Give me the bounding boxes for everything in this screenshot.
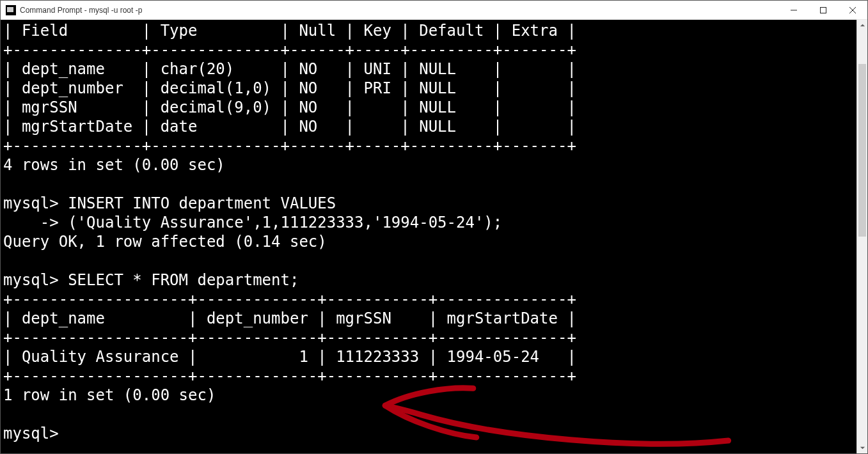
window-title: Command Prompt - mysql -u root -p [20, 6, 142, 15]
select-row-1: | Quality Assurance | 1 | 111223333 | 19… [3, 348, 576, 366]
maximize-button[interactable] [809, 1, 838, 20]
select-header: | dept_name | dept_number | mgrSSN | mgr… [3, 309, 576, 327]
desc-sep-bottom: +--------------+--------------+------+--… [3, 137, 576, 155]
desc-row-2: | mgrSSN | decimal(9,0) | NO | | NULL | … [3, 98, 576, 116]
desc-row-0: | dept_name | char(20) | NO | UNI | NULL… [3, 60, 576, 78]
chevron-up-icon [860, 22, 865, 28]
vertical-scrollbar[interactable] [856, 20, 867, 453]
desc-row-3: | mgrStartDate | date | NO | | NULL | | [3, 118, 576, 136]
close-icon [849, 7, 856, 13]
scrollbar-track[interactable] [857, 31, 867, 442]
select-sep-mid: +-------------------+-------------+-----… [3, 329, 576, 347]
client-area: | Field | Type | Null | Key | Default | … [1, 20, 867, 453]
chevron-down-icon [860, 445, 865, 451]
scroll-up-button[interactable] [857, 20, 867, 31]
minimize-icon [791, 7, 797, 13]
select-sep-top: +-------------------+-------------+-----… [3, 290, 576, 308]
desc-sep-top: +--------------+--------------+------+--… [3, 41, 576, 59]
select-query: mysql> SELECT * FROM department; [3, 271, 299, 289]
desc-header: | Field | Type | Null | Key | Default | … [3, 22, 576, 40]
minimize-button[interactable] [779, 1, 809, 20]
insert-line-1: mysql> INSERT INTO department VALUES [3, 194, 336, 212]
svg-rect-0 [821, 7, 826, 13]
mysql-prompt: mysql> [3, 425, 59, 442]
scrollbar-thumb[interactable] [858, 64, 866, 237]
close-button[interactable] [838, 1, 867, 20]
app-icon [6, 5, 16, 15]
terminal-output[interactable]: | Field | Type | Null | Key | Default | … [1, 20, 856, 453]
insert-result: Query OK, 1 row affected (0.14 sec) [3, 233, 327, 251]
desc-row-1: | dept_number | decimal(1,0) | NO | PRI … [3, 79, 576, 97]
desc-footer: 4 rows in set (0.00 sec) [3, 156, 225, 174]
select-footer: 1 row in set (0.00 sec) [3, 386, 216, 404]
app-window: Command Prompt - mysql -u root -p | Fiel… [0, 0, 868, 454]
maximize-icon [820, 7, 826, 13]
select-sep-bottom: +-------------------+-------------+-----… [3, 367, 576, 385]
scroll-down-button[interactable] [857, 442, 867, 453]
insert-line-2: -> ('Quality Assurance',1,111223333,'199… [3, 214, 502, 231]
title-bar[interactable]: Command Prompt - mysql -u root -p [1, 1, 867, 20]
